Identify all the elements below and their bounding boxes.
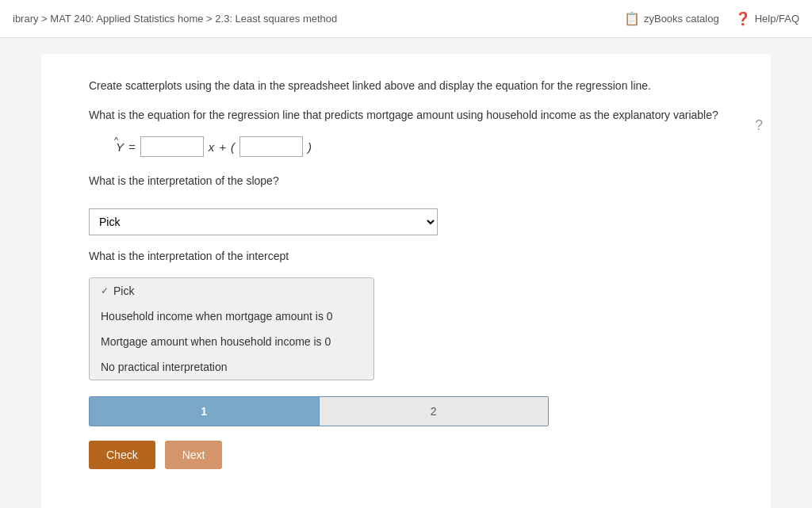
next-button[interactable]: Next xyxy=(165,441,223,469)
checkmark-icon: ✓ xyxy=(101,285,109,296)
breadcrumb: ibrary > MAT 240: Applied Statistics hom… xyxy=(13,13,337,25)
intercept-item-1-label: Household income when mortgage amount is… xyxy=(101,310,333,323)
progress-bar: 1 2 xyxy=(89,396,549,426)
intercept-input[interactable] xyxy=(239,136,303,157)
equals-symbol: = xyxy=(128,140,136,154)
intercept-item-2-label: Mortgage amount when household income is… xyxy=(101,335,331,348)
help-link[interactable]: ❓ Help/FAQ xyxy=(735,11,799,26)
help-label: Help/FAQ xyxy=(755,13,799,25)
topbar: ibrary > MAT 240: Applied Statistics hom… xyxy=(0,0,812,38)
catalog-icon: 📋 xyxy=(624,11,640,26)
progress-segment-2[interactable]: 2 xyxy=(319,397,549,426)
slope-dropdown[interactable]: Pick Household income when mortgage amou… xyxy=(89,208,438,235)
topbar-right: 📋 zyBooks catalog ❓ Help/FAQ xyxy=(624,11,799,26)
progress-segment-1[interactable]: 1 xyxy=(90,397,319,426)
instruction-text: Create scatterplots using the data in th… xyxy=(89,78,723,94)
check-button[interactable]: Check xyxy=(89,441,155,469)
y-hat-symbol: Y xyxy=(113,140,124,154)
buttons-row: Check Next xyxy=(89,441,723,469)
catalog-link[interactable]: 📋 zyBooks catalog xyxy=(624,11,719,26)
equation-row: Y = x + ( ) xyxy=(113,136,723,157)
intercept-option-1[interactable]: Household income when mortgage amount is… xyxy=(90,304,373,329)
question3-text: What is the interpretation of the interc… xyxy=(89,248,723,265)
main-wrapper: ? Create scatterplots using the data in … xyxy=(0,38,812,508)
intercept-option-3[interactable]: No practical interpretation xyxy=(90,354,373,380)
side-question-mark-icon[interactable]: ? xyxy=(755,117,763,134)
catalog-label: zyBooks catalog xyxy=(644,13,719,25)
help-icon: ❓ xyxy=(735,11,751,26)
intercept-option-pick[interactable]: ✓ Pick xyxy=(90,278,373,304)
question2-text: What is the interpretation of the slope? xyxy=(89,173,723,189)
content-area: ? Create scatterplots using the data in … xyxy=(41,54,771,508)
plus-symbol: + xyxy=(219,140,226,154)
question1-text: What is the equation for the regression … xyxy=(89,107,723,124)
intercept-pick-label: Pick xyxy=(113,285,134,297)
intercept-dropdown-open[interactable]: ✓ Pick Household income when mortgage am… xyxy=(89,277,374,380)
x-symbol: x xyxy=(209,140,215,154)
open-paren-symbol: ( xyxy=(231,140,235,154)
slope-input[interactable] xyxy=(140,136,204,157)
intercept-option-2[interactable]: Mortgage amount when household income is… xyxy=(90,329,373,354)
close-paren-symbol: ) xyxy=(308,140,312,154)
intercept-item-3-label: No practical interpretation xyxy=(101,361,228,373)
